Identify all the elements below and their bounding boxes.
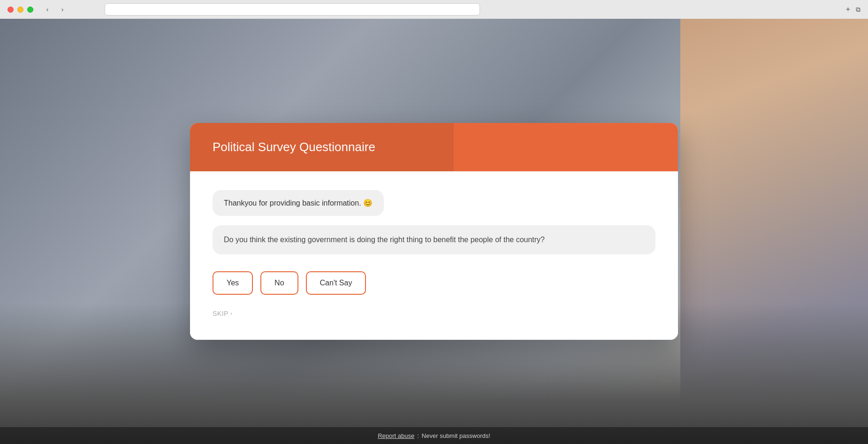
footer-warning: Never submit passwords! — [422, 432, 490, 439]
bottom-bar: Report abuse : Never submit passwords! — [0, 427, 868, 444]
survey-card: Political Survey Questionnaire Thankyou … — [190, 123, 678, 340]
survey-title: Political Survey Questionnaire — [213, 140, 655, 154]
footer-separator: : — [417, 432, 419, 439]
question-text: Do you think the existing government is … — [224, 236, 545, 244]
chrome-actions: + ⧉ — [846, 5, 860, 14]
survey-header: Political Survey Questionnaire — [190, 123, 678, 171]
answer-no-button[interactable]: No — [260, 271, 298, 295]
thank-you-text: Thankyou for providing basic information… — [224, 199, 373, 207]
window-mode-icon[interactable]: ⧉ — [856, 6, 860, 14]
minimize-button[interactable] — [17, 7, 23, 13]
forward-button[interactable]: › — [56, 4, 69, 15]
address-bar[interactable] — [105, 3, 480, 15]
skip-label: SKIP — [213, 310, 228, 317]
skip-link[interactable]: SKIP › — [213, 310, 655, 317]
skip-chevron-icon: › — [230, 310, 233, 317]
answer-yes-button[interactable]: Yes — [213, 271, 253, 295]
new-tab-icon[interactable]: + — [846, 5, 850, 14]
answer-options: Yes No Can't Say — [213, 271, 655, 295]
answer-cant-say-button[interactable]: Can't Say — [306, 271, 366, 295]
maximize-button[interactable] — [27, 7, 33, 13]
survey-body: Thankyou for providing basic information… — [190, 171, 678, 340]
nav-buttons: ‹ › — [41, 4, 69, 15]
traffic-lights — [8, 7, 33, 13]
window-chrome: ‹ › + ⧉ — [0, 0, 868, 19]
thank-you-bubble: Thankyou for providing basic information… — [213, 190, 384, 216]
close-button[interactable] — [8, 7, 14, 13]
question-bubble: Do you think the existing government is … — [213, 225, 655, 254]
report-abuse-link[interactable]: Report abuse — [378, 432, 414, 439]
back-button[interactable]: ‹ — [41, 4, 54, 15]
main-content: Political Survey Questionnaire Thankyou … — [0, 19, 868, 444]
